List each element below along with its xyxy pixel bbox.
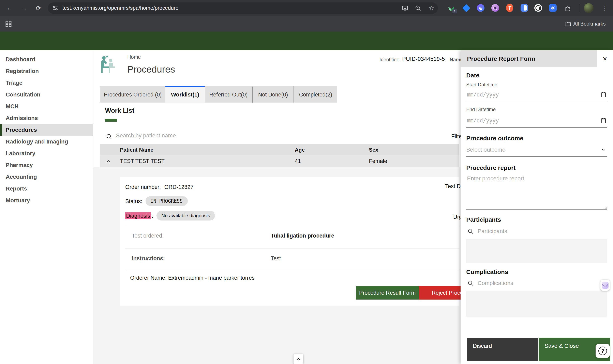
- kaomoji-icon: >‿<: [602, 282, 609, 289]
- extension-stripes-icon[interactable]: [477, 4, 484, 12]
- sidebar-item-registration[interactable]: Registration: [0, 65, 93, 77]
- date-section-heading: Date: [466, 72, 479, 79]
- order-number-label: Order number:: [125, 184, 161, 190]
- end-datetime-field[interactable]: [466, 114, 607, 128]
- orderer-name-line: Orderer Name: Extremeadmin - marie parke…: [130, 275, 255, 281]
- participants-search-input[interactable]: [477, 227, 600, 235]
- close-icon[interactable]: ✕: [597, 50, 613, 67]
- extension-lock-icon[interactable]: [534, 4, 542, 12]
- status-label: Status:: [125, 198, 142, 204]
- sidebar-item-admissions[interactable]: Admissions: [0, 112, 93, 124]
- order-number-value: ORD-12827: [164, 184, 194, 190]
- status-badge: IN_PROGRESS: [145, 196, 187, 206]
- url-text[interactable]: test.kenyahmis.org/openmrs/spa/home/proc…: [63, 2, 178, 14]
- sidebar-item-procedures[interactable]: Procedures: [0, 124, 93, 136]
- zoom-out-icon[interactable]: [414, 4, 422, 12]
- report-section-heading: Procedure report: [466, 164, 516, 171]
- extension-ring-icon[interactable]: [491, 4, 499, 12]
- procedure-report-panel: Procedure Report Form ✕ Date Start Datet…: [461, 50, 613, 364]
- sidebar-item-dashboard[interactable]: Dashboard: [0, 53, 93, 65]
- procedure-result-form-button[interactable]: Procedure Result Form: [356, 286, 419, 299]
- end-datetime-input[interactable]: [466, 117, 589, 124]
- diagnosis-line: Diagnosis : No available diagnosis: [125, 211, 215, 221]
- tab-procedures-ordered[interactable]: Procedures Ordered (0): [100, 86, 165, 103]
- complications-search-input[interactable]: [477, 279, 600, 286]
- site-settings-icon[interactable]: [52, 5, 58, 11]
- instructions-label: Instructions:: [132, 255, 165, 261]
- back-arrow-icon[interactable]: ←: [4, 3, 15, 13]
- start-datetime-label: Start Datetime: [466, 82, 497, 88]
- apps-grid-icon[interactable]: [5, 20, 12, 27]
- sidebar-item-reports[interactable]: Reports: [0, 183, 93, 195]
- forward-arrow-icon[interactable]: →: [19, 3, 29, 13]
- sidebar-item-laboratory[interactable]: Laboratory: [0, 148, 93, 159]
- start-datetime-input[interactable]: [466, 91, 589, 98]
- sidebar: Dashboard Registration Triage Consultati…: [0, 50, 93, 364]
- report-textarea-field[interactable]: [466, 171, 607, 209]
- scroll-top-button[interactable]: [294, 354, 303, 364]
- extension-snowflake-icon[interactable]: [549, 4, 557, 12]
- help-button[interactable]: ?: [596, 344, 610, 358]
- sidebar-item-radiology[interactable]: Radiology and Imaging: [0, 136, 93, 148]
- worklist-heading: Work List: [105, 107, 134, 114]
- browser-menu-icon[interactable]: ⋮: [601, 3, 609, 13]
- extension-sprout-icon[interactable]: 1: [447, 4, 455, 12]
- status-line: Status: IN_PROGRESS: [125, 196, 187, 206]
- diagnosis-colon: :: [152, 213, 154, 219]
- sidebar-item-pharmacy[interactable]: Pharmacy: [0, 159, 93, 171]
- resize-handle-icon[interactable]: [603, 204, 607, 208]
- sidebar-item-mortuary[interactable]: Mortuary: [0, 195, 93, 206]
- extension-phone-icon[interactable]: [521, 4, 528, 12]
- cell-patient-name: TEST TEST TEST: [120, 155, 165, 168]
- collapse-row-chevron-icon[interactable]: [105, 158, 111, 164]
- order-details-card: Order number: ORD-12827 Test Date Status…: [120, 177, 459, 306]
- identifier-label: Identifier:: [379, 57, 400, 62]
- cell-sex: Female: [369, 155, 387, 168]
- table-row[interactable]: TEST TEST TEST 41 Female: [100, 155, 459, 168]
- outcome-placeholder: Select outcome: [466, 146, 505, 153]
- column-sex: Sex: [369, 144, 378, 155]
- complications-results-box: [466, 291, 607, 317]
- app-header: TaifaCare Marindi Sub County Hospital: [0, 32, 613, 50]
- tab-worklist[interactable]: Worklist(1): [165, 86, 205, 103]
- patient-search-input[interactable]: [115, 132, 425, 139]
- report-textarea[interactable]: [466, 174, 602, 208]
- breadcrumb[interactable]: Home: [127, 54, 141, 60]
- participants-search-field[interactable]: [466, 224, 607, 240]
- bookmark-star-icon[interactable]: ☆: [427, 3, 435, 13]
- question-mark-icon: ?: [599, 347, 607, 355]
- tab-bar: Procedures Ordered (0) Worklist(1) Refer…: [100, 86, 337, 103]
- participants-results-box: [466, 239, 607, 263]
- sidebar-item-consultation[interactable]: Consultation: [0, 89, 93, 101]
- discard-button[interactable]: Discard: [467, 338, 538, 361]
- table-header-row: Patient Name Age Sex: [100, 144, 459, 155]
- patient-search-field[interactable]: [100, 127, 442, 145]
- calendar-icon[interactable]: [600, 117, 607, 124]
- extension-overlay-widget[interactable]: >‿<: [600, 280, 610, 291]
- all-bookmarks-button[interactable]: All Bookmarks: [573, 16, 606, 32]
- tab-completed[interactable]: Completed(2): [294, 86, 337, 103]
- test-ordered-label: Test ordered:: [132, 233, 164, 239]
- sidebar-item-mch[interactable]: MCH: [0, 101, 93, 112]
- start-datetime-field[interactable]: [466, 89, 607, 101]
- install-app-icon[interactable]: [401, 4, 409, 12]
- sidebar-item-accounting[interactable]: Accounting: [0, 171, 93, 183]
- instructions-value: Test: [271, 255, 281, 261]
- diagnosis-badge: No available diagnosis: [157, 211, 215, 221]
- extension-diamond-icon[interactable]: [462, 4, 470, 12]
- extensions-puzzle-icon[interactable]: [563, 4, 572, 12]
- sidebar-item-triage[interactable]: Triage: [0, 77, 93, 89]
- search-icon: [467, 228, 474, 235]
- profile-avatar[interactable]: [584, 3, 594, 13]
- participants-section-heading: Participants: [466, 216, 501, 223]
- diagnosis-label: Diagnosis: [125, 212, 151, 219]
- bookmarks-bar: All Bookmarks: [0, 16, 613, 32]
- tab-not-done[interactable]: Not Done(0): [252, 86, 294, 103]
- tab-referred-out[interactable]: Referred Out(0): [205, 86, 252, 103]
- column-age: Age: [295, 144, 305, 155]
- complications-search-field[interactable]: [466, 276, 607, 291]
- reload-icon[interactable]: ⟳: [33, 3, 44, 13]
- calendar-icon[interactable]: [600, 91, 607, 98]
- outcome-select[interactable]: Select outcome: [466, 143, 607, 157]
- extension-t-icon[interactable]: T: [506, 4, 513, 12]
